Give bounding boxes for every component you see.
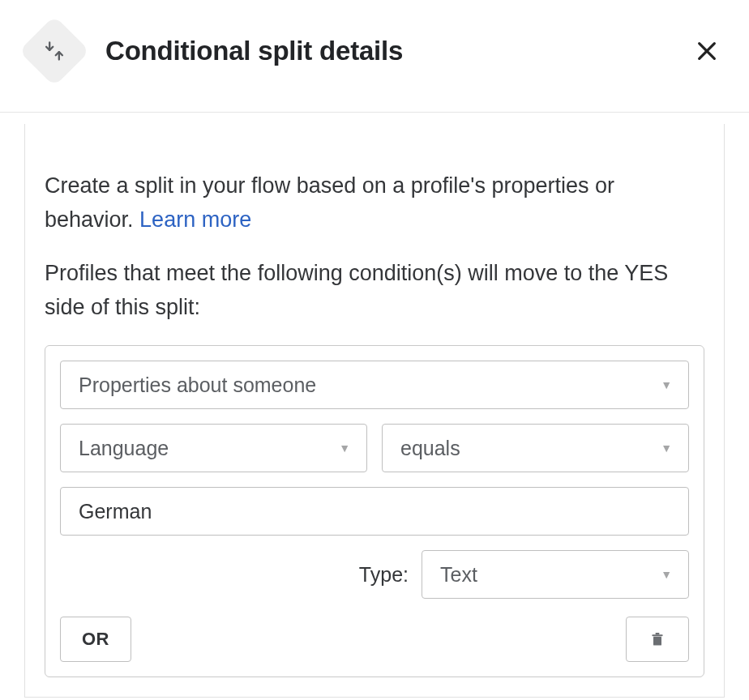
inner-panel: Create a split in your flow based on a p… — [24, 124, 725, 698]
panel-title: Conditional split details — [105, 36, 687, 66]
property-operator-row: Language ▼ equals ▼ — [60, 424, 689, 472]
intro-text: Create a split in your flow based on a p… — [45, 169, 704, 237]
delete-condition-button[interactable] — [626, 617, 689, 662]
operator-select[interactable]: equals ▼ — [382, 424, 689, 472]
svg-rect-2 — [653, 637, 661, 646]
learn-more-link[interactable]: Learn more — [139, 207, 251, 232]
chevron-down-icon: ▼ — [339, 442, 350, 455]
type-label: Type: — [359, 563, 409, 587]
condition-value-input[interactable] — [60, 487, 689, 536]
type-value: Text — [440, 563, 477, 587]
close-button[interactable] — [687, 32, 726, 70]
condition-card: Properties about someone ▼ Language ▼ eq… — [45, 345, 704, 677]
chevron-down-icon: ▼ — [661, 378, 672, 391]
property-value: Language — [79, 437, 169, 460]
property-select[interactable]: Language ▼ — [60, 424, 367, 472]
intro-text-content: Create a split in your flow based on a p… — [45, 173, 614, 232]
panel-header: Conditional split details — [0, 0, 749, 113]
operator-value: equals — [400, 437, 460, 460]
trash-icon — [649, 630, 666, 648]
or-button[interactable]: OR — [60, 617, 131, 662]
svg-rect-4 — [656, 633, 660, 634]
type-select[interactable]: Text ▼ — [422, 550, 689, 599]
type-row: Type: Text ▼ — [60, 550, 689, 599]
condition-category-value: Properties about someone — [79, 373, 316, 397]
chevron-down-icon: ▼ — [661, 568, 672, 581]
panel-body: Create a split in your flow based on a p… — [0, 113, 749, 698]
condition-actions-row: OR — [60, 617, 689, 662]
svg-rect-3 — [652, 635, 662, 637]
close-icon — [694, 38, 720, 64]
chevron-down-icon: ▼ — [661, 442, 672, 455]
split-arrows-icon — [43, 40, 66, 62]
condition-description: Profiles that meet the following conditi… — [45, 257, 704, 325]
condition-category-select[interactable]: Properties about someone ▼ — [60, 361, 689, 409]
split-icon-container — [23, 19, 86, 83]
